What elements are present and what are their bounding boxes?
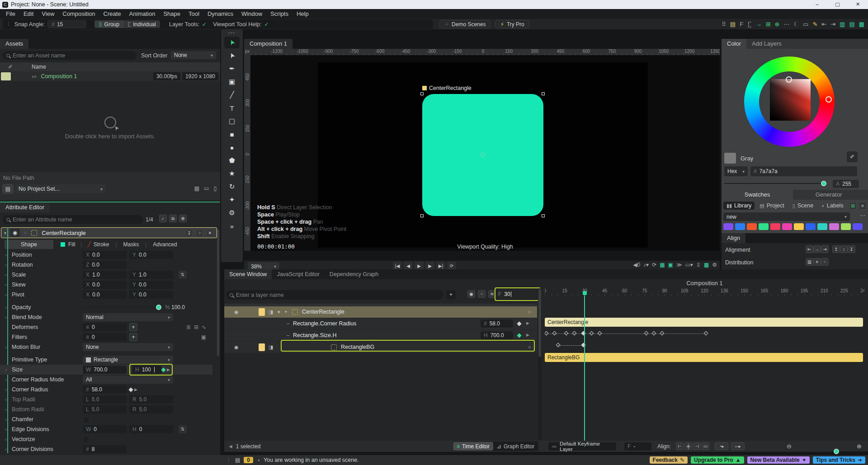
render-settings-icon[interactable]: ⚙ — [712, 262, 717, 268]
sparkle-tool[interactable]: ✦ — [224, 194, 240, 206]
keyframe-diamond[interactable] — [652, 331, 656, 336]
track-row[interactable]: RectangleBG — [545, 352, 864, 363]
attr-field[interactable]: X0.0 — [83, 251, 127, 259]
track-row[interactable] — [545, 340, 864, 352]
attr-field[interactable]: X0.0 — [83, 281, 127, 289]
layer-tools-check-icon[interactable]: ✓ — [202, 21, 207, 28]
extra-icon[interactable]: ≣ — [186, 324, 191, 330]
attr-field[interactable]: X1.0 — [83, 271, 127, 279]
swatch-chip[interactable] — [770, 223, 780, 230]
snap-icon[interactable]: ⁘ — [478, 290, 486, 298]
align-text-left-icon[interactable]: ⇤ — [821, 21, 826, 28]
asset-color-swatch[interactable] — [1, 72, 11, 80]
swatch-chip[interactable] — [723, 223, 733, 230]
tab-swatches[interactable]: Swatches — [722, 190, 793, 200]
attr-select[interactable]: All▾ — [83, 376, 173, 384]
track-row[interactable] — [545, 328, 864, 340]
drag-dots-icon[interactable]: ••• — [221, 29, 243, 35]
alpha-field[interactable]: A 255 — [833, 180, 859, 188]
onion-skin-icon[interactable]: ◉ — [467, 290, 475, 298]
layer-color-chip[interactable] — [259, 308, 265, 316]
close-button[interactable]: ✕ — [848, 0, 868, 9]
tab-assets[interactable]: Assets — [0, 39, 28, 49]
more-icon[interactable]: ⋯ — [783, 21, 789, 28]
distribute-h-icon[interactable]: ▥ — [806, 258, 813, 266]
attribute-name[interactable]: Rectangle.Size.H — [293, 332, 337, 338]
menu-view[interactable]: View — [38, 9, 58, 19]
tab-masks[interactable]: Masks — [123, 241, 139, 248]
extra-icon[interactable]: ▣ — [201, 334, 206, 340]
message-count-badge[interactable]: 0 — [244, 457, 253, 463]
attr-field[interactable]: Z0.0 — [83, 261, 127, 269]
layer-color-chip[interactable] — [259, 343, 265, 351]
keyframe-arrow-icon[interactable]: ▶ — [134, 387, 137, 392]
link-icon[interactable]: ⇅ — [179, 271, 187, 279]
viewport-canvas[interactable]: CenterRectangle Hold S Direct Layer Sele… — [250, 55, 720, 251]
upgrade-to-pro-button[interactable]: Upgrade to Pro▲ — [691, 456, 744, 464]
expand-icon[interactable]: ≫ — [676, 262, 682, 268]
add-button[interactable]: + — [129, 323, 137, 331]
keyframe-diamond-icon[interactable] — [517, 333, 522, 338]
search-options-icon[interactable]: ⌕ — [159, 215, 167, 222]
asset-name[interactable]: Composition 1 — [41, 73, 77, 80]
menu-create[interactable]: Create — [99, 9, 125, 19]
import-arrow-icon[interactable]: → — [756, 21, 762, 28]
visibility-icon[interactable]: ◉ — [234, 309, 239, 315]
attr-checkbox[interactable] — [83, 436, 90, 443]
tab-add-layers[interactable]: Add Layers — [746, 39, 787, 49]
pen-curve-icon[interactable]: ✎ — [812, 21, 817, 28]
refresh-icon[interactable]: ⟳ — [652, 262, 656, 268]
align-text-right-icon[interactable]: ⇥ — [830, 21, 835, 28]
direct-select-tool[interactable]: ➤ — [224, 50, 240, 61]
demo-scenes-button[interactable]: ⁘ Demo Scenes — [439, 20, 491, 28]
layer-search-input[interactable]: Enter a layer name — [226, 290, 443, 300]
attr-field[interactable]: #8 — [83, 445, 127, 453]
tab-generator[interactable]: Generator — [793, 190, 864, 200]
keyframe-diamond[interactable] — [581, 343, 586, 348]
grid-view-icon[interactable]: ⊞ — [849, 202, 857, 210]
close-icon[interactable]: ✕ — [206, 229, 214, 237]
attr-select[interactable]: Rectangle▾ — [83, 356, 173, 364]
source-project[interactable]: ▤Project — [756, 202, 787, 210]
alpha-slider[interactable] — [724, 183, 826, 184]
keyframe-diamond[interactable] — [581, 331, 586, 336]
swatch-set-select[interactable]: new▾ — [723, 212, 850, 221]
zoom-in-icon[interactable]: ⊕ — [857, 443, 862, 450]
panel-icon[interactable]: ▤ — [730, 21, 736, 28]
snap-start-icon[interactable]: ⊢ — [676, 442, 684, 450]
snap-playhead-icon[interactable]: ▭ — [702, 442, 709, 450]
attr-select[interactable]: Normal▾ — [83, 313, 173, 321]
asset-search-input[interactable]: Enter an Asset name — [3, 51, 137, 60]
menu-animation[interactable]: Animation — [125, 9, 160, 19]
menu-dynamics[interactable]: Dynamics — [203, 9, 237, 19]
timeline-scrollbar[interactable] — [538, 288, 542, 441]
attr-field[interactable]: H0 — [129, 425, 173, 433]
camera-tool[interactable]: ▣ — [224, 76, 240, 88]
add-circle-icon[interactable]: ⊕ — [775, 21, 780, 28]
menu-tool[interactable]: Tool — [184, 9, 203, 19]
attribute-search-input[interactable]: Enter an Attribute name — [3, 215, 143, 224]
timeline-ruler[interactable]: 0153045607590105120135150165180195210225… — [545, 288, 864, 296]
keyframe-diamond[interactable] — [597, 331, 602, 336]
keyframe-diamond[interactable] — [660, 331, 665, 336]
count-field[interactable]: ≡0 — [83, 333, 127, 341]
attr-field[interactable]: R5.0 — [129, 395, 173, 404]
source-library[interactable]: ▮▮Library — [723, 202, 755, 210]
attribute-value-field[interactable]: H700.0 — [481, 331, 513, 339]
project-icon[interactable]: ▤ — [2, 184, 14, 194]
swatch-chip[interactable] — [735, 223, 745, 230]
monitor-icon[interactable]: ▭▾ — [685, 262, 693, 268]
swatch-chip[interactable] — [841, 223, 851, 230]
keyframe-diamond[interactable] — [590, 331, 594, 336]
snap-end-icon[interactable]: ⊣ — [693, 442, 701, 450]
timeline-zoom-slider[interactable] — [832, 451, 868, 452]
visibility-icon[interactable]: ◉ — [234, 344, 239, 350]
frame-skip-badge[interactable]: ◀0 — [633, 262, 640, 268]
polygon-tool[interactable]: ⬟ — [224, 155, 240, 166]
layer-row-rectangle-corner-radius[interactable]: ┈Rectangle.Corner Radius#58.0▶ — [224, 318, 537, 330]
ellipse-tool[interactable]: ● — [224, 141, 240, 153]
layer-bar-rectanglebg[interactable]: RectangleBG — [545, 353, 863, 362]
list-view-icon[interactable]: ≡ — [859, 202, 866, 210]
tab-color[interactable]: Color — [722, 39, 746, 49]
menu-file[interactable]: File — [2, 9, 19, 19]
